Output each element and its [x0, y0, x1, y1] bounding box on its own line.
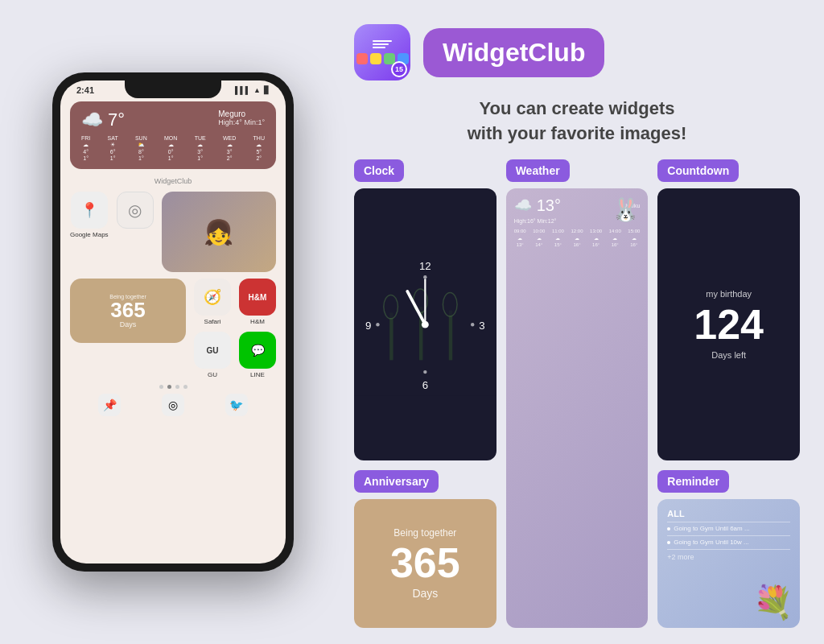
svg-point-14: [376, 323, 379, 326]
anni-number-phone: 365: [110, 299, 145, 320]
cloud-icon: ☁️: [81, 109, 103, 130]
countdown-preview: my birthday 124 Days left: [657, 188, 800, 460]
hour-2: 11:00☁15°: [552, 229, 564, 247]
menu-line-3: [373, 47, 385, 48]
weather-high-low: High:4° Min:1°: [218, 118, 265, 126]
reminder-all: ALL: [667, 509, 790, 518]
menu-line-1: [373, 40, 392, 42]
right-panel: 15 WidgetClub You can create widgets wit…: [346, 0, 824, 644]
bottom-icon-1[interactable]: 📌: [98, 394, 121, 416]
phone-content: ☁️ 7° Meguro High:4° Min:1° FRI☁4°1° SAT…: [60, 95, 286, 423]
svg-rect-3: [449, 310, 452, 360]
anniversary-widget-phone[interactable]: Being together 365 Days: [70, 279, 186, 343]
bottom-icon-3[interactable]: 🐦: [225, 394, 248, 416]
safari-icon: 🧭: [194, 279, 231, 316]
dot-4: [183, 385, 187, 389]
svg-point-17: [422, 320, 429, 328]
battery-icon: ▊: [264, 86, 270, 94]
svg-point-12: [471, 323, 474, 326]
widget-types-grid: Clock 12 3 6: [354, 159, 800, 628]
reminder-divider-2: [667, 535, 790, 536]
hm-icon: H&M: [239, 279, 276, 316]
phone-mockup-panel: 2:41 ▌▌▌ ▲ ▊ ☁️ 7° Meguro: [0, 0, 346, 644]
anni-days-phone: Days: [120, 320, 137, 328]
col-countdown-reminder: Countdown my birthday 124 Days left Remi…: [657, 159, 800, 628]
status-icons: ▌▌▌ ▲ ▊: [235, 86, 270, 94]
svg-text:12: 12: [419, 260, 431, 272]
weather-day-4: TUE☁3°1°: [195, 135, 206, 161]
app-title-badge: WidgetClub: [423, 28, 604, 77]
app-header: 15 WidgetClub: [354, 24, 800, 80]
reminder-divider-1: [667, 522, 790, 522]
weather-preview: 🐰 ☁️ 13° Ushiku High:16° Min:12° 09:00☁1…: [506, 188, 649, 628]
app-icon-large[interactable]: 15: [354, 24, 410, 80]
weather-day-6: THU☁5°2°: [253, 135, 265, 161]
tagline: You can create widgets with your favorit…: [354, 97, 800, 147]
countdown-days-left: Days left: [711, 350, 746, 360]
anniversary-preview: Being together 365 Days: [354, 499, 496, 628]
signal-icon: ▌▌▌: [235, 86, 250, 94]
anniversary-days: Days: [412, 587, 438, 600]
svg-rect-1: [389, 312, 393, 360]
hour-1: 10:00☁14°: [533, 229, 545, 247]
maps-icon: 📍: [71, 192, 108, 229]
reminder-divider-3: [667, 549, 790, 550]
hour-6: 15:00☁16°: [628, 229, 640, 247]
app-google-maps[interactable]: 📍 Google Maps: [70, 192, 109, 238]
app-hm[interactable]: H&M H&M: [239, 279, 276, 325]
phone-notch: [125, 80, 221, 98]
weather-day-2: SUN⛅8°1°: [135, 135, 147, 161]
weather-location: Meguro: [218, 109, 265, 118]
plus-more: +2 more: [667, 553, 790, 561]
clock-label: Clock: [354, 159, 404, 182]
phone-screen: 2:41 ▌▌▌ ▲ ▊ ☁️ 7° Meguro: [60, 80, 286, 564]
cloud-icon-prev: ☁️: [514, 196, 532, 214]
weather-prev-temp-val: 13°: [537, 196, 561, 215]
app-safari[interactable]: 🧭 Safari: [194, 279, 231, 325]
app-name-gu: GU: [208, 371, 217, 378]
reminder-item-1: Going to Gym Until 6am ...: [667, 525, 790, 532]
reminder-preview: ALL Going to Gym Until 6am ... Going to …: [657, 499, 800, 628]
photo-widget[interactable]: 👧: [162, 192, 276, 272]
col-clock-anniversary: Clock 12 3 6: [354, 159, 496, 628]
svg-text:9: 9: [365, 320, 371, 332]
app-wifi[interactable]: ◎: [117, 192, 154, 231]
anniversary-being-text: Being together: [393, 527, 456, 539]
svg-point-13: [423, 369, 426, 373]
weather-widget-phone: ☁️ 7° Meguro High:4° Min:1° FRI☁4°1° SAT…: [70, 101, 276, 169]
countdown-number: 124: [694, 303, 764, 345]
reminder-dot-2: [667, 541, 670, 544]
dot-yellow: [370, 53, 381, 64]
flowers-emoji: 💐: [753, 584, 793, 621]
weather-days-row: FRI☁4°1° SAT☀6°1° SUN⛅8°1° MON☁0°1° TUE☁…: [81, 135, 265, 161]
hour-5: 14:00☁16°: [609, 229, 621, 247]
app-gu[interactable]: GU GU: [194, 332, 231, 378]
svg-text:6: 6: [422, 378, 428, 390]
weather-day-0: FRI☁4°1°: [81, 135, 90, 161]
anniversary-label: Anniversary: [354, 470, 439, 493]
dot-1: [159, 385, 163, 389]
weather-day-1: SAT☀6°1°: [108, 135, 118, 161]
reminder-label: Reminder: [657, 470, 729, 493]
hour-0: 09:00☁13°: [514, 229, 526, 247]
app-name-maps: Google Maps: [70, 231, 109, 238]
svg-text:3: 3: [479, 320, 484, 332]
app-name-line: LINE: [250, 371, 265, 378]
phone-frame: 2:41 ▌▌▌ ▲ ▊ ☁️ 7° Meguro: [52, 72, 294, 572]
dot-2: [167, 385, 171, 389]
svg-point-11: [423, 275, 426, 279]
weather-temp: 7°: [108, 109, 125, 130]
status-time: 2:41: [76, 85, 94, 95]
hour-3: 12:00☁16°: [571, 229, 583, 247]
line-icon: 💬: [239, 332, 276, 369]
weather-hours-prev: 09:00☁13° 10:00☁14° 11:00☁15° 12:00☁16° …: [514, 229, 641, 247]
wifi-icon: ▲: [253, 86, 261, 94]
app-name-hm: H&M: [250, 318, 265, 325]
dot-3: [175, 385, 179, 389]
app-name-safari: Safari: [204, 318, 221, 325]
app-line[interactable]: 💬 LINE: [239, 332, 276, 378]
menu-lines-icon: [373, 40, 392, 48]
wifi-app-icon: ◎: [117, 192, 154, 229]
rabbit-emoji: 🐰: [612, 196, 640, 223]
bottom-icon-2[interactable]: ◎: [162, 394, 184, 416]
